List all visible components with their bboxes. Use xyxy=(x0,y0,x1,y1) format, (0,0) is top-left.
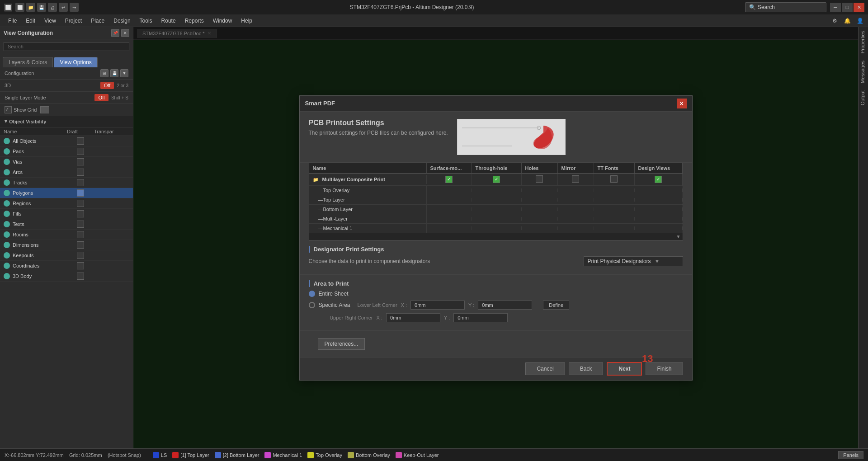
obj-row-arcs[interactable]: Arcs xyxy=(0,167,133,178)
menu-help[interactable]: Help xyxy=(236,16,257,26)
obj-row-fills[interactable]: Fills xyxy=(0,209,133,219)
properties-panel-tab[interactable]: Properties xyxy=(859,27,868,57)
bell-icon[interactable]: 🔔 xyxy=(843,16,852,25)
define-button[interactable]: Define xyxy=(543,301,569,310)
obj-row-coordinates[interactable]: Coordinates xyxy=(0,261,133,271)
toolbar-open[interactable]: 📁 xyxy=(26,3,35,12)
menu-edit[interactable]: Edit xyxy=(21,16,40,26)
draft-checkbox[interactable] xyxy=(77,200,84,207)
views-checkbox[interactable]: ✓ xyxy=(655,176,662,183)
lower-left-x-input[interactable] xyxy=(410,301,465,310)
draft-checkbox[interactable] xyxy=(77,221,84,228)
draft-checkbox[interactable] xyxy=(77,169,84,176)
toolbar-save[interactable]: 💾 xyxy=(37,3,46,12)
layer-row-multi-layer[interactable]: —Multi-Layer xyxy=(309,214,683,224)
layer-row-bottom-layer[interactable]: —Bottom Layer xyxy=(309,205,683,214)
draft-checkbox[interactable] xyxy=(77,158,84,165)
show-grid-checkbox[interactable]: ✓ xyxy=(5,106,12,113)
obj-row-keepouts[interactable]: Keepouts xyxy=(0,250,133,261)
obj-row-polygons[interactable]: Polygons xyxy=(0,188,133,198)
draft-checkbox[interactable] xyxy=(77,189,84,197)
panels-button[interactable]: Panels xyxy=(838,451,863,459)
menu-place[interactable]: Place xyxy=(86,16,109,26)
obj-row-3dbody[interactable]: 3D Body xyxy=(0,271,133,282)
tab-view-options[interactable]: View Options xyxy=(54,57,97,67)
panel-close-icon[interactable]: ✕ xyxy=(121,29,129,37)
layer-row-top-overlay[interactable]: —Top Overlay xyxy=(309,186,683,195)
layers-table-scroll[interactable]: 📁 Multilayer Composite Print ✓ ✓ xyxy=(309,174,683,233)
preferences-button[interactable]: Preferences... xyxy=(318,338,365,350)
upper-right-y-input[interactable] xyxy=(453,313,508,322)
ttfonts-checkbox[interactable] xyxy=(610,175,618,183)
obj-row-texts[interactable]: Texts xyxy=(0,219,133,230)
designator-dropdown[interactable]: Print Physical Designators ▼ xyxy=(584,256,683,266)
draft-checkbox[interactable] xyxy=(77,262,84,269)
draft-checkbox[interactable] xyxy=(77,137,84,145)
menu-reports[interactable]: Reports xyxy=(180,16,208,26)
panel-pin-icon[interactable]: 📌 xyxy=(111,29,119,37)
menu-tools[interactable]: Tools xyxy=(135,16,157,26)
messages-panel-tab[interactable]: Messages xyxy=(859,57,868,87)
dialog-close-button[interactable]: × xyxy=(677,99,687,108)
output-panel-tab[interactable]: Output xyxy=(859,87,868,109)
next-button[interactable]: Next xyxy=(607,362,642,376)
close-button[interactable]: ✕ xyxy=(854,3,864,12)
through-checkbox[interactable]: ✓ xyxy=(493,176,500,183)
draft-checkbox[interactable] xyxy=(77,148,84,155)
maximize-button[interactable]: □ xyxy=(842,3,853,12)
surface-checkbox[interactable]: ✓ xyxy=(445,176,453,183)
grid-color-swatch[interactable] xyxy=(40,106,49,113)
layer-row-top-layer[interactable]: —Top Layer xyxy=(309,195,683,205)
specific-area-radio[interactable] xyxy=(309,302,315,308)
mirror-checkbox[interactable] xyxy=(572,175,579,183)
menu-view[interactable]: View xyxy=(40,16,61,26)
toolbar-undo[interactable]: ↩ xyxy=(59,3,68,12)
layer-mirror-bottom-layer xyxy=(558,207,594,211)
obj-row-dimensions[interactable]: Dimensions xyxy=(0,240,133,250)
menu-design[interactable]: Design xyxy=(109,16,135,26)
config-menu-icon[interactable]: ▼ xyxy=(120,69,128,77)
obj-row-all-objects[interactable]: All Objects xyxy=(0,136,133,146)
tab-layers-colors[interactable]: Layers & Colors xyxy=(3,57,53,67)
obj-row-vias[interactable]: Vias xyxy=(0,157,133,167)
panel-search-input[interactable] xyxy=(4,42,129,51)
3d-toggle-button[interactable]: Off xyxy=(100,82,114,89)
toolbar-redo[interactable]: ↪ xyxy=(70,3,79,12)
draft-checkbox[interactable] xyxy=(77,210,84,217)
upper-right-x-input[interactable] xyxy=(386,313,440,322)
toolbar-new[interactable]: ⬜ xyxy=(15,3,24,12)
config-add-icon[interactable]: ⊞ xyxy=(100,69,108,77)
obj-row-tracks[interactable]: Tracks xyxy=(0,178,133,188)
settings-icon[interactable]: ⚙ xyxy=(830,16,839,25)
global-search-box[interactable]: 🔍 Search xyxy=(745,2,826,12)
specific-area-radio-row[interactable]: Specific Area Lower Left Corner X : Y : … xyxy=(309,301,683,310)
object-visibility-header[interactable]: ▾ Object Visibility xyxy=(0,116,133,127)
back-button[interactable]: Back xyxy=(569,362,604,375)
draft-checkbox[interactable] xyxy=(77,231,84,238)
menu-route[interactable]: Route xyxy=(157,16,180,26)
cancel-button[interactable]: Cancel xyxy=(525,362,565,375)
lower-left-y-input[interactable] xyxy=(478,301,532,310)
minimize-button[interactable]: ─ xyxy=(830,3,841,12)
obj-row-regions[interactable]: Regions xyxy=(0,198,133,209)
config-save-icon[interactable]: 💾 xyxy=(110,69,118,77)
entire-sheet-radio-row[interactable]: Entire Sheet xyxy=(309,291,683,297)
obj-row-rooms[interactable]: Rooms xyxy=(0,230,133,240)
entire-sheet-radio[interactable] xyxy=(309,291,315,297)
layer-row-multilayer[interactable]: 📁 Multilayer Composite Print ✓ ✓ xyxy=(309,174,683,186)
user-icon[interactable]: 👤 xyxy=(855,16,864,25)
layer-row-mechanical[interactable]: —Mechanical 1 xyxy=(309,224,683,233)
holes-checkbox[interactable] xyxy=(536,175,543,183)
menu-project[interactable]: Project xyxy=(61,16,86,26)
obj-row-pads[interactable]: Pads xyxy=(0,146,133,157)
draft-checkbox[interactable] xyxy=(77,252,84,259)
show-grid-checkbox-group[interactable]: ✓ Show Grid xyxy=(5,106,37,113)
draft-checkbox[interactable] xyxy=(77,179,84,186)
toolbar-print[interactable]: 🖨 xyxy=(48,3,57,12)
draft-checkbox[interactable] xyxy=(77,241,84,249)
menu-file[interactable]: File xyxy=(4,16,21,26)
area-section-title: Area to Print xyxy=(309,280,683,287)
menu-window[interactable]: Window xyxy=(208,16,237,26)
single-layer-toggle-button[interactable]: Off xyxy=(94,94,108,101)
draft-checkbox[interactable] xyxy=(77,273,84,280)
